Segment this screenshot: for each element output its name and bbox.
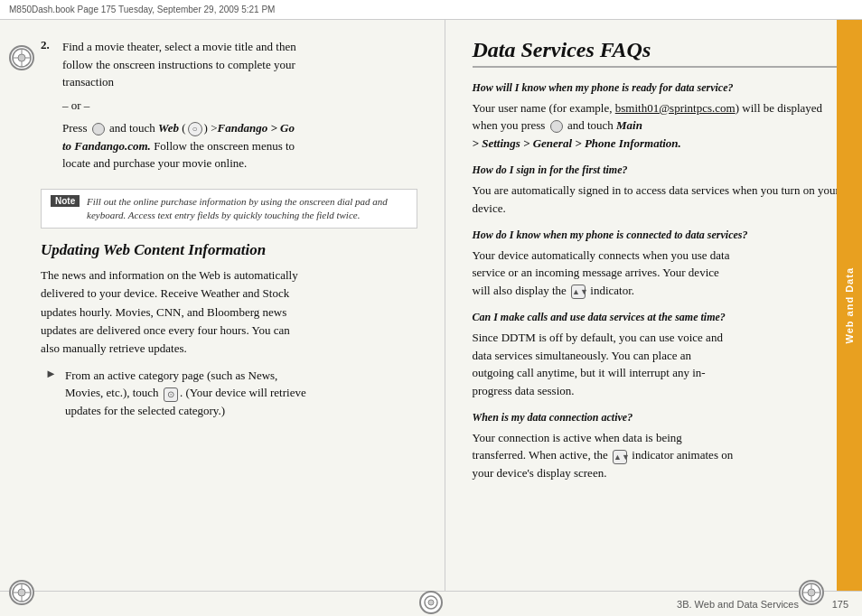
web-label: Web (158, 121, 179, 135)
footer-section-label: 3B. Web and Data Services (677, 599, 799, 610)
home-icon-inline-1 (550, 120, 563, 133)
note-text: Fill out the online purchase information… (87, 195, 408, 223)
footer-page-number: 175 (832, 599, 848, 610)
or-text: – or – (62, 97, 296, 115)
faq-q5: When is my data connection active? (473, 410, 849, 425)
faq-q1: How will I know when my phone is ready f… (473, 80, 849, 96)
home-button-icon (92, 123, 105, 135)
press-line: Press and touch Web (○) >Fandango > Goto… (62, 119, 296, 173)
header-text: M850Dash.book Page 175 Tuesday, Septembe… (9, 5, 275, 14)
faq-a1: Your user name (for example, bsmith01@sp… (473, 99, 849, 153)
page-container: M850Dash.book Page 175 Tuesday, Septembe… (0, 0, 862, 616)
svg-point-3 (18, 54, 25, 61)
faq-q2: How do I sign in for the first time? (473, 163, 849, 178)
faq-title: Data Services FAQs (473, 38, 849, 68)
content-area: 2. Find a movie theater, select a movie … (0, 20, 862, 591)
svg-point-15 (808, 589, 815, 596)
bullet-content-1: From an active category page (such as Ne… (65, 367, 306, 420)
bottom-center-circle (419, 591, 443, 614)
footer-section: 3B. Web and Data Services 175 (677, 599, 848, 610)
section-heading: Updating Web Content Information (41, 241, 417, 259)
main-label: Main> Settings > General > Phone Informa… (473, 118, 681, 150)
header-bar: M850Dash.book Page 175 Tuesday, Septembe… (0, 0, 862, 20)
bullet-arrow: ► (45, 367, 58, 420)
vertical-tab: Web and Data (837, 20, 862, 591)
svg-point-17 (428, 600, 434, 605)
faq-a5: Your connection is active when data is b… (473, 429, 849, 482)
note-label: Note (51, 195, 80, 207)
step-2-content: Find a movie theater, select a movie tit… (62, 38, 296, 178)
globe-icon: ○ (188, 122, 202, 136)
faq-a2: You are automatically signed in to acces… (473, 182, 849, 217)
step-number-2: 2. (41, 38, 57, 178)
step2-text: Find a movie theater, select a movie tit… (62, 38, 296, 91)
left-page: 2. Find a movie theater, select a movie … (0, 20, 445, 591)
faq-q4: Can I make calls and use data services a… (473, 310, 849, 325)
body-paragraph-1: The news and information on the Web is a… (41, 266, 417, 358)
right-page: Data Services FAQs How will I know when … (445, 20, 863, 591)
faq-a3: Your device automatically connects when … (473, 247, 849, 300)
email-link: bsmith01@sprintpcs.com (615, 101, 736, 115)
category-icon: ⊙ (164, 387, 178, 402)
data-indicator-icon-1: ▲▼ (571, 285, 586, 299)
faq-q3: How do I know when my phone is connected… (473, 228, 849, 243)
corner-circle-br (799, 580, 824, 605)
bullet-item-1: ► From an active category page (such as … (41, 367, 417, 420)
svg-point-11 (18, 589, 25, 596)
corner-circle-bl (9, 580, 34, 605)
faq-a4: Since DDTM is off by default, you can us… (473, 329, 849, 399)
step-2: 2. Find a movie theater, select a movie … (41, 38, 417, 178)
corner-circle-tl (9, 45, 34, 70)
vertical-tab-text: Web and Data (844, 267, 855, 344)
data-indicator-icon-2: ▲▼ (613, 450, 627, 464)
note-box: Note Fill out the online purchase inform… (41, 189, 417, 229)
